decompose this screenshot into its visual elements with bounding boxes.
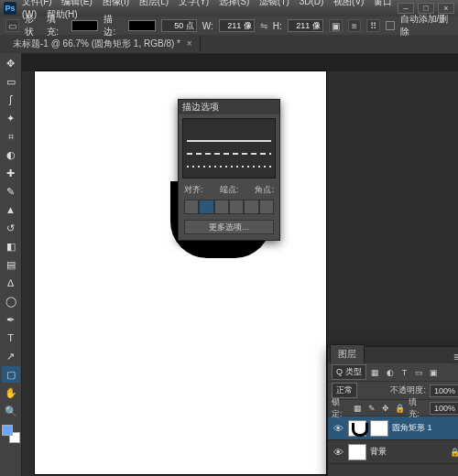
marquee-tool[interactable]: ▭ — [2, 73, 20, 90]
layers-list: 👁 圆角矩形 1 👁 背景 🔒 — [328, 416, 458, 476]
shape-mode[interactable]: 形状 — [25, 13, 41, 38]
gradient-tool[interactable]: ▤ — [2, 256, 20, 273]
brush-tool[interactable]: ✎ — [2, 183, 20, 200]
menu-filter[interactable]: 滤镜(T) — [259, 0, 289, 6]
pathops-icon[interactable]: ▣ — [329, 19, 343, 32]
auto-add-delete-label: 自动添加/删除 — [400, 13, 453, 38]
corners-label: 角点: — [255, 184, 274, 196]
cap-round[interactable] — [229, 200, 244, 214]
stroke-style-solid[interactable] — [187, 137, 271, 145]
filter-adjust-icon[interactable]: ◐ — [385, 367, 396, 378]
document-tab-label: 未标题-1 @ 66.7% (圆角矩形 1, RGB/8) * — [13, 38, 180, 49]
lock-transparency-icon[interactable]: ▦ — [353, 403, 363, 414]
document-tab[interactable]: 未标题-1 @ 66.7% (圆角矩形 1, RGB/8) * × — [5, 36, 201, 52]
crop-tool[interactable]: ⌗ — [2, 128, 20, 145]
stroke-swatch[interactable] — [128, 20, 155, 31]
layer-name[interactable]: 圆角矩形 1 — [392, 422, 432, 434]
wand-tool[interactable]: ✦ — [2, 110, 20, 126]
menu-edit[interactable]: 编辑(E) — [61, 0, 92, 6]
fill-swatch[interactable] — [71, 20, 98, 31]
height-field[interactable]: 211 像 — [288, 19, 323, 32]
pen-tool[interactable]: ✒ — [2, 311, 20, 328]
workspace: ↖ 描边选项 对齐: 端点: 角点: 更多选项… 图层 — [22, 71, 458, 476]
stroke-style-dashed[interactable] — [187, 150, 271, 157]
filter-pixel-icon[interactable]: ▦ — [370, 367, 381, 378]
layers-panel: 图层 ≡ Q 类型 ▦ ◐ T ▭ ▣ 正常 不透明度: 100% 锁定: ▦ … — [327, 346, 458, 476]
eyedropper-tool[interactable]: ◐ — [2, 146, 20, 163]
fill-label-panel: 填充: — [409, 396, 426, 420]
filter-shape-icon[interactable]: ▭ — [414, 367, 425, 378]
caps-label: 端点: — [220, 184, 239, 196]
blur-tool[interactable]: ∆ — [2, 275, 20, 291]
filter-type-icon[interactable]: T — [399, 367, 410, 378]
history-brush-tool[interactable]: ↺ — [2, 220, 20, 236]
popup-title: 描边选项 — [179, 100, 279, 114]
stroke-label: 描边: — [104, 13, 123, 38]
bg-lock-icon: 🔒 — [449, 447, 458, 458]
fill-label: 填充: — [47, 13, 66, 38]
w-label: W: — [202, 21, 213, 31]
width-field[interactable]: 211 像 — [219, 19, 255, 32]
move-tool[interactable]: ✥ — [2, 55, 20, 71]
foreground-color[interactable] — [2, 425, 13, 436]
shape-tool[interactable]: ▢ — [2, 366, 20, 383]
menu-select[interactable]: 选择(S) — [219, 0, 249, 6]
stroke-width-field[interactable]: 50 点 — [161, 19, 197, 32]
lasso-tool[interactable]: ʃ — [2, 92, 20, 108]
zoom-tool[interactable]: 🔍 — [2, 403, 20, 419]
document-tab-close[interactable]: × — [187, 38, 192, 49]
hand-tool[interactable]: ✋ — [2, 384, 20, 401]
auto-add-delete-check[interactable] — [386, 21, 394, 30]
corner-round[interactable] — [259, 200, 274, 214]
menu-3d[interactable]: 3D(D) — [300, 0, 324, 6]
opacity-value[interactable]: 100% — [430, 384, 458, 397]
stroke-style-none[interactable] — [187, 124, 271, 132]
dodge-tool[interactable]: ◯ — [2, 293, 20, 309]
layer-row-shape[interactable]: 👁 圆角矩形 1 — [328, 416, 458, 440]
lock-pixels-icon[interactable]: ✎ — [366, 403, 376, 414]
corner-miter[interactable] — [244, 200, 258, 214]
tab-layers[interactable]: 图层 — [330, 344, 365, 363]
arrange-icon[interactable]: ⠿ — [366, 19, 380, 32]
lock-position-icon[interactable]: ✥ — [381, 403, 391, 414]
visibility-toggle[interactable]: 👁 — [332, 423, 344, 434]
menu-file[interactable]: 文件(F) — [22, 0, 52, 6]
menu-view[interactable]: 视图(V) — [333, 0, 364, 6]
path-select-tool[interactable]: ↗ — [2, 348, 20, 364]
layer-thumb[interactable] — [348, 420, 366, 437]
opacity-label: 不透明度: — [390, 384, 426, 396]
filter-smart-icon[interactable]: ▣ — [429, 367, 440, 378]
layer-thumb-bg[interactable] — [348, 444, 366, 460]
shape-tool-icon[interactable]: ▭ — [5, 19, 19, 32]
align-center[interactable] — [199, 200, 213, 214]
align-inside[interactable] — [184, 200, 199, 214]
menu-type[interactable]: 文字(Y) — [179, 0, 209, 6]
fill-value[interactable]: 100% — [430, 402, 458, 415]
stroke-style-list[interactable] — [182, 118, 276, 178]
visibility-toggle-bg[interactable]: 👁 — [332, 447, 344, 458]
align-label: 对齐: — [184, 184, 203, 196]
stroke-options-popup: 描边选项 对齐: 端点: 角点: 更多选项… — [178, 99, 280, 241]
layer-row-background[interactable]: 👁 背景 🔒 — [328, 440, 458, 464]
stamp-tool[interactable]: ▲ — [2, 201, 20, 218]
lock-label: 锁定: — [332, 396, 349, 420]
title-bar: Ps 文件(F) 编辑(E) 图像(I) 图层(L) 文字(Y) 选择(S) 滤… — [0, 0, 458, 16]
type-tool[interactable]: T — [2, 330, 20, 346]
layer-mask-thumb[interactable] — [370, 420, 388, 437]
align-icon[interactable]: ≡ — [348, 19, 362, 32]
lock-all-icon[interactable]: 🔒 — [395, 403, 405, 414]
more-options-button[interactable]: 更多选项… — [184, 220, 274, 234]
layer-filter-kind[interactable]: Q 类型 — [332, 364, 366, 380]
eraser-tool[interactable]: ◧ — [2, 238, 20, 254]
tools-panel: ✥ ▭ ʃ ✦ ⌗ ◐ ✚ ✎ ▲ ↺ ◧ ▤ ∆ ◯ ✒ T ↗ ▢ ✋ 🔍 — [0, 53, 22, 476]
cap-butt[interactable] — [214, 200, 229, 214]
menu-image[interactable]: 图像(I) — [103, 0, 129, 6]
layer-name-bg[interactable]: 背景 — [370, 446, 387, 458]
stroke-style-dotted[interactable] — [187, 163, 271, 170]
heal-tool[interactable]: ✚ — [2, 165, 20, 181]
app-badge: Ps — [4, 2, 16, 15]
menu-bar: 文件(F) 编辑(E) 图像(I) 图层(L) 文字(Y) 选择(S) 滤镜(T… — [22, 0, 398, 21]
panel-menu-icon[interactable]: ≡ — [450, 351, 458, 363]
menu-layer[interactable]: 图层(L) — [139, 0, 169, 6]
foreground-background-swatch[interactable] — [2, 425, 20, 443]
